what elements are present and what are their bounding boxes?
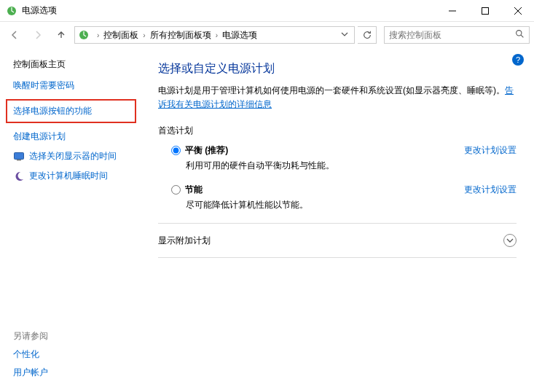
window-title: 电源选项	[22, 4, 57, 17]
sidebar-link-label: 选择关闭显示器的时间	[29, 150, 117, 162]
plan-description: 利用可用的硬件自动平衡功耗与性能。	[186, 160, 517, 172]
description-text: 电源计划是用于管理计算机如何使用电源的一套硬件和系统设置(如显示器亮度、睡眠等)…	[158, 85, 505, 95]
power-plan-powersaver: 节能 尽可能降低计算机性能以节能。 更改计划设置	[171, 184, 517, 211]
search-icon[interactable]	[515, 29, 525, 41]
additional-plans-expander[interactable]: 显示附加计划	[158, 231, 517, 250]
change-plan-link[interactable]: 更改计划设置	[464, 184, 517, 196]
sidebar-link-display-off[interactable]: 选择关闭显示器的时间	[13, 150, 133, 162]
plan-name[interactable]: 平衡 (推荐)	[185, 144, 228, 157]
sidebar-link-label: 选择电源按钮的功能	[13, 105, 92, 117]
sidebar-link-wake-password[interactable]: 唤醒时需要密码	[13, 79, 133, 92]
nav-forward-button[interactable]	[28, 25, 48, 45]
see-also-header: 另请参阅	[13, 330, 133, 342]
breadcrumb[interactable]: › 控制面板 › 所有控制面板项 › 电源选项	[74, 26, 355, 44]
plan-description: 尽可能降低计算机性能以节能。	[186, 199, 517, 211]
search-box[interactable]	[384, 26, 530, 44]
plan-radio-balanced[interactable]	[171, 146, 181, 155]
sidebar-link-label: 更改计算机睡眠时间	[29, 170, 108, 182]
svg-point-6	[517, 31, 522, 36]
nav-up-button[interactable]	[51, 25, 71, 45]
sidebar: 控制面板主页 唤醒时需要密码 选择电源按钮的功能 创建电源计划 选择关闭显示器的…	[0, 48, 142, 392]
svg-rect-9	[17, 160, 21, 161]
breadcrumb-icon	[78, 29, 90, 41]
toolbar: › 控制面板 › 所有控制面板项 › 电源选项	[0, 22, 534, 48]
chevron-right-icon[interactable]: ›	[94, 31, 102, 39]
see-also-user-accounts[interactable]: 用户帐户	[13, 366, 133, 379]
divider	[158, 257, 517, 258]
additional-plans-label: 显示附加计划	[158, 235, 211, 247]
page-description: 电源计划是用于管理计算机如何使用电源的一套硬件和系统设置(如显示器亮度、睡眠等)…	[158, 84, 517, 111]
page-heading: 选择或自定义电源计划	[158, 61, 517, 77]
main-content: ? 选择或自定义电源计划 电源计划是用于管理计算机如何使用电源的一套硬件和系统设…	[142, 48, 534, 392]
divider	[158, 223, 517, 224]
breadcrumb-dropdown-icon[interactable]	[338, 30, 351, 40]
breadcrumb-item[interactable]: 电源选项	[222, 29, 257, 42]
power-plan-balanced: 平衡 (推荐) 利用可用的硬件自动平衡功耗与性能。 更改计划设置	[171, 144, 517, 172]
see-also-personalization[interactable]: 个性化	[13, 348, 133, 361]
sidebar-link-label: 唤醒时需要密码	[13, 79, 74, 92]
chevron-right-icon[interactable]: ›	[213, 31, 221, 39]
chevron-right-icon[interactable]: ›	[140, 31, 148, 39]
monitor-icon	[13, 151, 25, 162]
body: 控制面板主页 唤醒时需要密码 选择电源按钮的功能 创建电源计划 选择关闭显示器的…	[0, 48, 534, 392]
maximize-button[interactable]	[468, 0, 501, 22]
sidebar-link-power-button[interactable]: 选择电源按钮的功能	[6, 99, 136, 123]
sidebar-link-sleep[interactable]: 更改计算机睡眠时间	[13, 170, 133, 182]
nav-back-button[interactable]	[4, 25, 25, 45]
help-icon[interactable]: ?	[512, 54, 524, 66]
svg-rect-2	[482, 7, 488, 14]
svg-line-7	[521, 35, 523, 37]
sidebar-link-label: 创建电源计划	[13, 130, 66, 143]
sidebar-link-create-plan[interactable]: 创建电源计划	[13, 130, 133, 143]
search-input[interactable]	[389, 30, 515, 40]
close-button[interactable]	[501, 0, 534, 22]
refresh-button[interactable]	[358, 26, 377, 44]
app-icon	[6, 5, 17, 17]
sidebar-home[interactable]: 控制面板主页	[13, 58, 133, 71]
chevron-down-icon[interactable]	[503, 234, 517, 247]
titlebar: 电源选项	[0, 0, 534, 22]
svg-rect-8	[15, 152, 24, 159]
plan-name[interactable]: 节能	[185, 184, 203, 196]
preferred-plans-heading: 首选计划	[158, 125, 517, 137]
breadcrumb-item[interactable]: 控制面板	[103, 29, 138, 42]
minimize-button[interactable]	[436, 0, 468, 22]
breadcrumb-item[interactable]: 所有控制面板项	[150, 29, 211, 42]
plan-radio-powersaver[interactable]	[171, 185, 181, 195]
change-plan-link[interactable]: 更改计划设置	[464, 144, 517, 157]
moon-icon	[13, 170, 25, 182]
